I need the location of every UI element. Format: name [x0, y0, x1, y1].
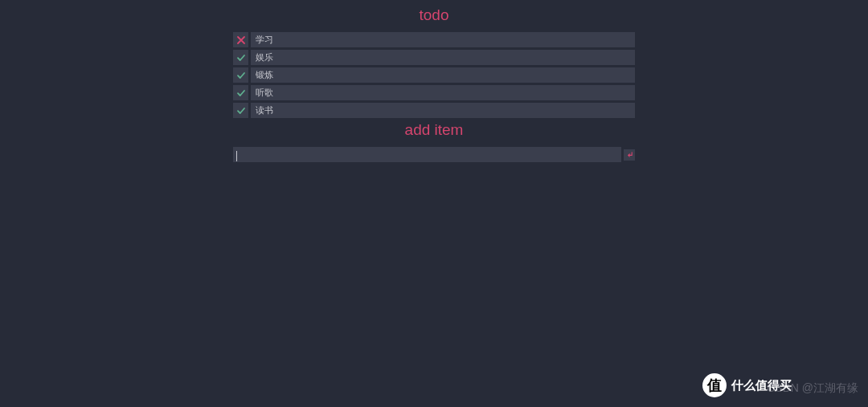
- watermark-csdn: CSDN @江湖有缘: [767, 381, 858, 396]
- item-label[interactable]: 学习: [251, 32, 635, 47]
- list-item: 锻炼: [233, 67, 635, 83]
- app-container: todo 学习 娱乐 锻炼 听歌: [233, 0, 635, 162]
- x-icon: [236, 35, 246, 45]
- new-item-input[interactable]: [233, 147, 621, 162]
- todo-list: 学习 娱乐 锻炼 听歌 读书: [233, 32, 635, 118]
- submit-button[interactable]: [624, 149, 635, 161]
- list-item: 娱乐: [233, 50, 635, 65]
- item-label[interactable]: 锻炼: [251, 67, 635, 83]
- status-toggle[interactable]: [233, 67, 248, 83]
- item-label[interactable]: 听歌: [251, 85, 635, 100]
- add-item-row: [233, 147, 635, 162]
- status-toggle[interactable]: [233, 50, 248, 65]
- item-label[interactable]: 读书: [251, 103, 635, 118]
- status-toggle[interactable]: [233, 103, 248, 118]
- status-toggle[interactable]: [233, 85, 248, 100]
- list-item: 学习: [233, 32, 635, 47]
- text-caret: [236, 151, 237, 161]
- list-item: 读书: [233, 103, 635, 118]
- enter-icon: [626, 151, 633, 158]
- zhi-badge-icon: 值: [702, 373, 727, 397]
- item-label[interactable]: 娱乐: [251, 50, 635, 65]
- status-toggle[interactable]: [233, 32, 248, 47]
- check-icon: [236, 88, 246, 98]
- check-icon: [236, 106, 246, 116]
- todo-heading: todo: [233, 6, 635, 24]
- check-icon: [236, 71, 246, 80]
- list-item: 听歌: [233, 85, 635, 100]
- add-heading: add item: [233, 121, 635, 139]
- check-icon: [236, 53, 246, 63]
